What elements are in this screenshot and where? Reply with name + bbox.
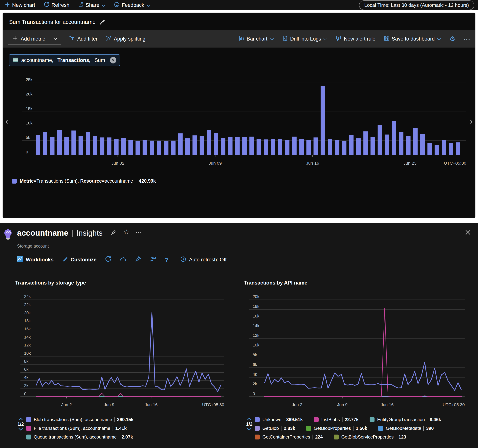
share-icon [78, 2, 83, 8]
legend-pagination: 1/2 [15, 418, 26, 440]
series-swatch [255, 435, 260, 440]
scroll-right-chevron[interactable]: › [470, 116, 473, 126]
scroll-left-chevron[interactable]: ‹ [5, 116, 8, 126]
azure-monitor-button[interactable] [120, 256, 126, 263]
svg-text:20k: 20k [26, 92, 33, 96]
legend-item[interactable]: EntityGroupTransaction8.46k [370, 417, 441, 422]
card-more-options-button[interactable] [223, 282, 228, 284]
series-swatch [255, 417, 260, 422]
metrics-toolbar: Add metric Add filter Apply splitting Ba… [3, 30, 475, 48]
series-swatch [370, 417, 375, 422]
refresh-icon [105, 256, 111, 263]
chevron-down-icon [270, 36, 274, 42]
svg-text:20k: 20k [24, 311, 31, 315]
legend-item[interactable]: ListBlobs22.77k [314, 417, 358, 422]
chevron-down-icon [437, 36, 441, 42]
favorite-star-button[interactable]: ☆ [123, 232, 129, 233]
svg-text:12k: 12k [253, 333, 259, 338]
community-button[interactable] [150, 256, 156, 263]
pin-blade-button[interactable] [111, 230, 117, 235]
legend-item[interactable]: GetContainerProperties224 [255, 434, 323, 440]
blade-more-options-button[interactable] [136, 232, 142, 233]
remove-metric-button[interactable] [110, 57, 116, 63]
legend-page-down-button[interactable] [247, 428, 252, 430]
svg-text:14k: 14k [24, 335, 31, 339]
plus-icon [5, 2, 10, 8]
card-title: Transactions by API name [244, 280, 307, 286]
svg-text:UTC+05:30: UTC+05:30 [444, 161, 466, 166]
legend-item[interactable]: GetBlob2.83k [255, 426, 295, 431]
legend-page-up-button[interactable] [18, 418, 23, 420]
svg-text:Jun 23: Jun 23 [403, 161, 417, 166]
time-range-picker[interactable]: Local Time: Last 30 days (Automatic - 12… [359, 0, 474, 10]
save-to-dashboard-dropdown[interactable]: Save to dashboard [384, 35, 441, 43]
refresh-button[interactable]: Refresh [44, 2, 69, 8]
series-swatch [26, 435, 31, 440]
svg-text:2k: 2k [24, 383, 28, 388]
new-alert-rule-button[interactable]: New alert rule [336, 35, 376, 43]
apply-splitting-button[interactable]: Apply splitting [106, 35, 145, 43]
legend-item[interactable]: Queue transactions (Sum), accountname2.0… [26, 434, 133, 440]
more-options-button[interactable] [464, 36, 470, 42]
feedback-button[interactable]: Feedback [114, 2, 150, 8]
legend-item[interactable]: File transactions (Sum), accountname1.41… [26, 426, 133, 431]
close-blade-button[interactable] [465, 229, 471, 236]
svg-text:6k: 6k [253, 362, 257, 367]
add-filter-button[interactable]: Add filter [69, 35, 98, 43]
settings-button[interactable]: ⚙ [450, 36, 455, 42]
add-metric-split-button[interactable]: Add metric [8, 33, 61, 45]
save-icon [384, 35, 390, 43]
series-swatch [26, 417, 31, 422]
svg-text:6k: 6k [24, 367, 28, 372]
svg-text:UTC+05:30: UTC+05:30 [443, 402, 465, 407]
legend-page-indicator: 1/2 [246, 422, 252, 427]
legend-item[interactable]: Blob transactions (Sum), accountname390.… [26, 417, 133, 422]
pin-to-dashboard-button[interactable] [135, 256, 141, 263]
series-swatch [26, 426, 31, 431]
series-swatch [314, 417, 319, 422]
legend-item[interactable]: GetBlobProperties1.56k [306, 426, 367, 431]
svg-text:0: 0 [24, 391, 26, 396]
new-chart-button[interactable]: New chart [5, 2, 35, 8]
svg-text:16k: 16k [24, 327, 31, 331]
series-swatch [306, 426, 311, 431]
svg-text:5k: 5k [26, 135, 30, 140]
edit-title-button[interactable] [100, 19, 105, 25]
svg-text:4k: 4k [253, 372, 257, 377]
metric-pill[interactable]: accountname, Transactions, Sum [9, 54, 120, 66]
legend-item[interactable]: GetBlobMetadata390 [378, 426, 434, 431]
svg-text:Jun 16: Jun 16 [145, 402, 158, 407]
person-feedback-icon [150, 256, 156, 263]
workbooks-icon [17, 256, 23, 264]
refresh-icon [44, 2, 49, 8]
legend-item[interactable]: GetBlobServiceProperties123 [334, 434, 406, 440]
chevron-down-icon [146, 2, 150, 8]
command-bar: New chart Refresh Share Feedback Local T… [0, 0, 478, 10]
refresh-insights-button[interactable] [105, 256, 111, 263]
svg-text:16k: 16k [253, 314, 259, 318]
splitting-icon [106, 35, 112, 43]
legend-page-down-button[interactable] [18, 428, 23, 430]
auto-refresh-toggle[interactable]: Auto refresh: Off [180, 256, 226, 263]
legend-page-up-button[interactable] [247, 418, 252, 420]
share-button[interactable]: Share [78, 2, 105, 8]
pencil-icon [62, 256, 68, 263]
chart-type-dropdown[interactable]: Bar chart [239, 35, 274, 43]
customize-button[interactable]: Customize [62, 256, 97, 263]
insights-lightbulb-icon [3, 229, 14, 242]
workbooks-button[interactable]: Workbooks [17, 256, 54, 264]
transactions-bar-chart: 05k10k15k20k25kJun 02Jun 09Jun 16Jun 23U… [8, 75, 470, 173]
filter-plus-icon [69, 35, 75, 43]
chevron-down-icon[interactable] [50, 33, 61, 44]
series-swatch [378, 426, 383, 431]
svg-text:10k: 10k [24, 351, 31, 355]
card-more-options-button[interactable] [464, 282, 469, 284]
help-button[interactable]: ? [165, 257, 168, 263]
ellipsis-icon [464, 36, 470, 42]
chart-legend[interactable]: Metric=Transactions (Sum), Resource=acco… [3, 173, 475, 184]
legend-pagination: 1/2 [244, 418, 255, 440]
alert-bubble-icon [336, 35, 341, 43]
drill-into-logs-dropdown[interactable]: Drill into Logs [282, 35, 328, 43]
legend-item[interactable]: Unknown369.51k [255, 417, 303, 422]
series-swatch [334, 435, 339, 440]
